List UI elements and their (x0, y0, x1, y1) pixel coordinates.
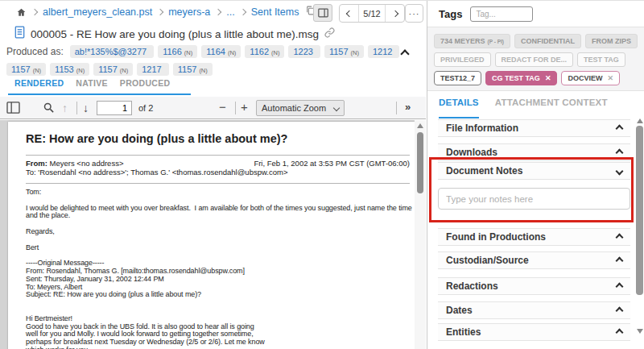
produced-badge[interactable]: 1164(N) (201, 45, 241, 58)
produced-badge[interactable]: 1223 (288, 45, 320, 58)
produced-badge[interactable]: 1162(N) (245, 45, 284, 58)
more-actions-button[interactable]: ··· (405, 4, 423, 23)
chevron-up-icon (616, 328, 624, 336)
tab-rendered[interactable]: RENDERED (14, 78, 64, 88)
breadcrumb-item-pst[interactable]: albert_meyers_clean.pst (43, 6, 152, 18)
chevron-up-icon (616, 306, 624, 314)
tags-list: 734 MEYERS(P - PI) CONFIDENTIAL FROM ZIP… (427, 27, 644, 91)
email-to-value: 'Rosendahl <no address>'; Thomas G.' <th… (36, 168, 288, 177)
breadcrumb-separator-icon (31, 9, 38, 15)
pdf-viewer: RE: How are you doing (plus a little abo… (0, 120, 426, 349)
scrollbar-thumb[interactable] (636, 126, 643, 295)
tag-chip-privileged[interactable]: PRIVILEGED (434, 52, 491, 67)
find-next-icon[interactable]: ↓ (83, 101, 89, 115)
divider (26, 183, 410, 184)
chevron-up-icon (616, 148, 624, 156)
produced-badge[interactable]: 1212 (368, 45, 399, 58)
document-pager: 5/12 (339, 4, 405, 23)
breadcrumb-item-ellipsis[interactable]: ... (226, 6, 234, 18)
page-title: 000005 - RE How are you doing (plus a li… (31, 28, 319, 40)
detail-tabs: DETAILS ATTACHMENT CONTEXT (427, 98, 644, 118)
section-file-information[interactable]: File Information (438, 119, 630, 137)
section-found-in-productions[interactable]: Found in Productions (438, 228, 630, 246)
breadcrumb-item-sent-items[interactable]: Sent Items (251, 6, 299, 18)
details-pane: Tags 734 MEYERS(P - PI) CONFIDENTIAL FRO… (427, 1, 644, 349)
pdf-scrollbar[interactable] (415, 120, 426, 349)
produced-badge[interactable]: 1157(N) (6, 63, 46, 76)
zoom-out-icon[interactable]: − (219, 100, 226, 114)
tag-chip-confidential[interactable]: CONFIDENTIAL (514, 34, 581, 48)
page-number-input[interactable] (97, 101, 132, 115)
pdf-sidebar-toggle-icon[interactable] (6, 102, 20, 117)
section-downloads[interactable]: Downloads (438, 143, 630, 161)
document-pager-position: 5/12 (358, 5, 386, 22)
scroll-up-icon[interactable] (637, 118, 643, 123)
breadcrumb-separator-icon (215, 9, 221, 15)
scrollbar-thumb[interactable] (417, 132, 423, 193)
link-icon[interactable] (324, 27, 335, 41)
produced-as-label: Produced as: (6, 46, 64, 57)
section-custodian-source[interactable]: Custodian/Source (438, 251, 630, 269)
zoom-in-icon[interactable]: + (241, 100, 248, 114)
produced-badge[interactable]: 1157(N) (173, 63, 213, 76)
chevron-up-icon (616, 124, 624, 132)
tag-input[interactable] (470, 6, 533, 22)
zoom-level-value: Automatic Zoom (262, 103, 331, 113)
document-icon (14, 26, 25, 42)
tag-chip-cg-test-tag[interactable]: CG TEST TAG✕ (485, 71, 557, 85)
tab-produced[interactable]: PRODUCED (120, 78, 171, 88)
remove-tag-icon[interactable]: ✕ (545, 74, 551, 82)
previous-document-button[interactable] (340, 5, 358, 22)
document-title-row: 000005 - RE How are you doing (plus a li… (0, 24, 426, 44)
tab-attachment-context[interactable]: ATTACHMENT CONTEXT (495, 98, 608, 118)
document-pane: albert_meyers_clean.pst meyers-a ... Sen… (0, 1, 426, 349)
divider (26, 155, 410, 156)
produced-badge[interactable]: 1166(N) (158, 45, 197, 58)
home-icon[interactable] (16, 7, 27, 18)
tags-header: Tags (427, 2, 644, 25)
section-entities[interactable]: Entities (438, 323, 630, 341)
tab-details[interactable]: DETAILS (439, 98, 479, 118)
tag-chip-734-meyers[interactable]: 734 MEYERS(P - PI) (434, 34, 510, 48)
produced-badge[interactable]: 1157(N) (324, 45, 364, 58)
next-document-button[interactable] (386, 5, 404, 22)
collapse-produced-list-icon[interactable] (400, 49, 409, 58)
scroll-up-icon[interactable] (417, 123, 423, 128)
section-dates[interactable]: Dates (438, 301, 630, 319)
toolbar-more-tools-icon[interactable]: » (405, 101, 411, 113)
page-count-label: of 2 (138, 103, 153, 113)
chevron-up-icon (616, 282, 624, 290)
toggle-right-panel-button[interactable] (313, 4, 332, 22)
chevron-down-icon (616, 167, 624, 175)
tag-chip-docview[interactable]: DOCVIEW✕ (561, 71, 620, 85)
produced-badge[interactable]: ab!*135%$@3277 (70, 45, 154, 58)
tag-chip-test-tag[interactable]: TEST TAG (577, 52, 625, 67)
find-previous-icon[interactable]: ↑ (62, 101, 68, 115)
email-subject: RE: How are you doing (plus a little abo… (26, 132, 410, 145)
email-date: Fri, Feb 1, 2002 at 3:53 PM CST (GMT-06:… (254, 159, 410, 168)
tags-title: Tags (439, 8, 462, 20)
produced-as-list: Produced as: ab!*135%$@3277 1166(N) 1164… (6, 45, 401, 76)
section-document-notes[interactable]: Document Notes (438, 162, 630, 180)
zoom-level-select[interactable]: Automatic Zoom (256, 100, 345, 116)
document-notes-input[interactable] (438, 188, 630, 210)
breadcrumb-separator-icon (157, 9, 163, 15)
chevron-up-icon (616, 233, 624, 241)
breadcrumb-item-folder[interactable]: meyers-a (168, 6, 210, 18)
email-page: RE: How are you doing (plus a little abo… (8, 122, 415, 349)
produced-badge[interactable]: 1157(N) (93, 63, 133, 76)
tag-chip-test12-7[interactable]: TEST12_7 (434, 71, 481, 85)
tag-chip-redact-for-de[interactable]: REDACT FOR DE... (495, 52, 574, 67)
email-body: Tom: I would be delighted to meet with y… (26, 189, 410, 349)
section-redactions[interactable]: Redactions (438, 277, 630, 295)
scroll-down-icon[interactable] (637, 329, 643, 334)
document-review-app: albert_meyers_clean.pst meyers-a ... Sen… (0, 0, 644, 349)
produced-badge[interactable]: 1153(N) (50, 63, 89, 76)
tag-chip-from-zips[interactable]: FROM ZIPS (585, 34, 638, 48)
remove-tag-icon[interactable]: ✕ (607, 74, 613, 82)
chevron-up-icon (616, 256, 624, 264)
produced-badge[interactable]: 1217 (137, 63, 168, 76)
search-icon[interactable] (43, 102, 55, 117)
tab-native[interactable]: NATIVE (76, 78, 108, 88)
email-to-label: To: (26, 168, 36, 177)
